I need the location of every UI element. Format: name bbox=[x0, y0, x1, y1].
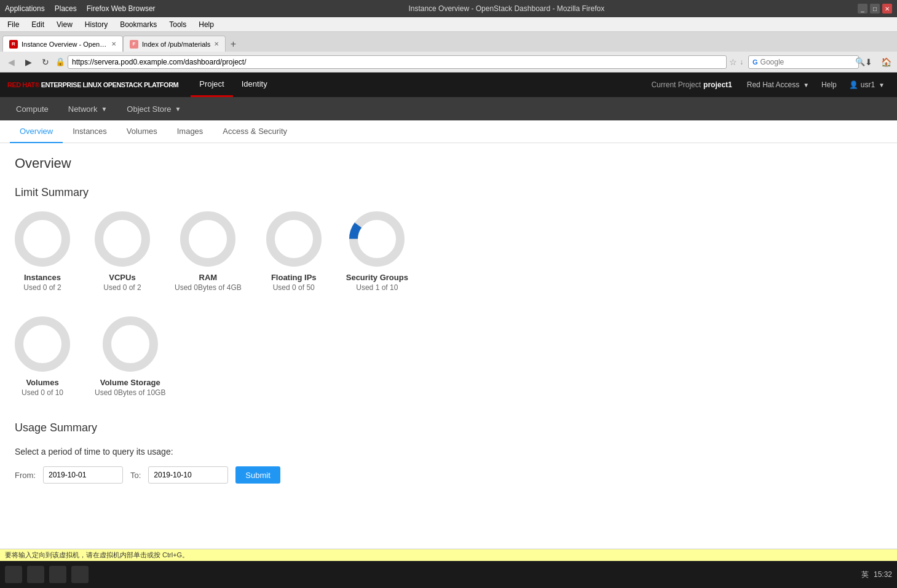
limit-summary-row2: Volumes Used 0 of 10 Volume Storage Used… bbox=[15, 316, 882, 397]
ram-used: Used 0Bytes of 4GB bbox=[175, 283, 242, 292]
subnav-compute[interactable]: Compute bbox=[7, 97, 57, 120]
svg-point-4 bbox=[354, 216, 400, 262]
tab-instances[interactable]: Instances bbox=[63, 120, 117, 143]
svg-point-7 bbox=[107, 321, 154, 367]
to-date-input[interactable] bbox=[148, 466, 228, 484]
back-button[interactable]: ◀ bbox=[4, 55, 18, 69]
volumes-label: Volumes bbox=[26, 378, 58, 387]
floating-ips-label: Floating IPs bbox=[271, 273, 317, 282]
refresh-button[interactable]: ↻ bbox=[38, 55, 53, 69]
ram-label: RAM bbox=[199, 273, 218, 282]
places-menu[interactable]: Places bbox=[55, 4, 77, 13]
address-bar: ◀ ▶ ↻ 🔒 ☆ ↓ G 🔍 ⬇ 🏠 bbox=[0, 52, 897, 73]
subnav-object-store[interactable]: Object Store ▼ bbox=[118, 97, 189, 120]
menu-view[interactable]: View bbox=[52, 19, 77, 30]
search-engine-icon: G bbox=[753, 58, 758, 66]
home-button[interactable]: 🏠 bbox=[879, 55, 893, 69]
add-tab-button[interactable]: + bbox=[226, 37, 240, 52]
tab-favicon-1: F bbox=[130, 40, 138, 49]
limit-summary-row1: Instances Used 0 of 2 VCPUs Used 0 of 2 … bbox=[15, 211, 882, 292]
tab-bar: R Instance Overview - OpenSt... ✕ F Inde… bbox=[0, 32, 897, 52]
limit-vcpus: VCPUs Used 0 of 2 bbox=[95, 211, 150, 292]
instances-label: Instances bbox=[24, 273, 61, 282]
forward-button[interactable]: ▶ bbox=[21, 55, 36, 69]
object-store-chevron: ▼ bbox=[175, 106, 181, 112]
tab-1[interactable]: F Index of /pub/materials ✕ bbox=[123, 36, 226, 52]
menu-help[interactable]: Help bbox=[194, 19, 219, 30]
security-groups-donut bbox=[349, 211, 405, 267]
page-tabs: Overview Instances Volumes Images Access… bbox=[0, 120, 897, 143]
submit-button[interactable]: Submit bbox=[235, 466, 280, 484]
bookmark-icon[interactable]: ☆ bbox=[729, 57, 737, 67]
floating-ips-used: Used 0 of 50 bbox=[273, 283, 315, 292]
limit-instances: Instances Used 0 of 2 bbox=[15, 211, 70, 292]
usage-summary-section: Usage Summary Select a period of time to… bbox=[15, 421, 882, 484]
volume-storage-label: Volume Storage bbox=[100, 378, 160, 387]
menu-edit[interactable]: Edit bbox=[26, 19, 49, 30]
help-link[interactable]: Help bbox=[816, 80, 842, 89]
downloads-button[interactable]: ⬇ bbox=[861, 55, 876, 69]
current-project-label: Current Project bbox=[651, 80, 701, 89]
window-title: Instance Overview - OpenStack Dashboard … bbox=[156, 4, 858, 13]
menu-tools[interactable]: Tools bbox=[164, 19, 191, 30]
window-controls[interactable]: _ □ ✕ bbox=[858, 4, 892, 14]
lock-icon: 🔒 bbox=[55, 57, 65, 66]
user-icon: 👤 bbox=[849, 80, 858, 89]
security-groups-used: Used 1 of 10 bbox=[356, 283, 398, 292]
user-chevron: ▼ bbox=[879, 82, 885, 88]
network-chevron: ▼ bbox=[101, 106, 107, 112]
applications-menu[interactable]: Applications bbox=[5, 4, 45, 13]
volume-storage-used: Used 0Bytes of 10GB bbox=[95, 388, 165, 397]
from-date-input[interactable] bbox=[43, 466, 123, 484]
menu-file[interactable]: File bbox=[2, 19, 24, 30]
vcpus-donut bbox=[95, 211, 150, 267]
tab-overview[interactable]: Overview bbox=[10, 120, 63, 143]
from-label: From: bbox=[15, 471, 36, 480]
limit-volume-storage: Volume Storage Used 0Bytes of 10GB bbox=[95, 316, 165, 397]
tab-favicon-0: R bbox=[9, 40, 18, 49]
volumes-used: Used 0 of 10 bbox=[22, 388, 63, 397]
instances-donut bbox=[15, 211, 70, 267]
page-title: Overview bbox=[15, 155, 882, 171]
usage-summary-title: Usage Summary bbox=[15, 421, 882, 434]
current-project-value: project1 bbox=[703, 80, 732, 89]
usage-query-label: Select a period of time to query its usa… bbox=[15, 447, 882, 457]
minimize-button[interactable]: _ bbox=[858, 4, 867, 14]
floating-ips-donut bbox=[266, 211, 322, 267]
rh-logo: RED HAT® ENTERPRISE LINUX OPENSTACK PLAT… bbox=[7, 81, 178, 88]
search-input[interactable] bbox=[761, 58, 853, 66]
close-button[interactable]: ✕ bbox=[882, 4, 892, 14]
menu-history[interactable]: History bbox=[80, 19, 113, 30]
svg-point-2 bbox=[184, 216, 231, 262]
tab-label-0: Instance Overview - OpenSt... bbox=[22, 41, 108, 48]
ram-donut bbox=[180, 211, 235, 267]
nav-identity[interactable]: Identity bbox=[233, 73, 276, 97]
vcpus-used: Used 0 of 2 bbox=[103, 283, 141, 292]
tab-access-security[interactable]: Access & Security bbox=[213, 120, 297, 143]
to-label: To: bbox=[130, 471, 141, 480]
limit-ram: RAM Used 0Bytes of 4GB bbox=[175, 211, 242, 292]
search-box: G 🔍 bbox=[748, 55, 859, 69]
refresh-small-icon: ↓ bbox=[740, 58, 743, 66]
tab-close-0[interactable]: ✕ bbox=[111, 41, 116, 47]
tab-images[interactable]: Images bbox=[167, 120, 213, 143]
maximize-button[interactable]: □ bbox=[870, 4, 880, 14]
tab-0[interactable]: R Instance Overview - OpenSt... ✕ bbox=[2, 36, 123, 52]
os-titlebar: Applications Places Firefox Web Browser … bbox=[0, 0, 897, 17]
limit-summary-title: Limit Summary bbox=[15, 186, 882, 199]
instances-used: Used 0 of 2 bbox=[23, 283, 61, 292]
volumes-donut bbox=[15, 316, 70, 372]
tab-label-1: Index of /pub/materials bbox=[142, 41, 210, 48]
menu-bookmarks[interactable]: Bookmarks bbox=[115, 19, 162, 30]
usage-form: From: To: Submit bbox=[15, 466, 882, 484]
address-input[interactable] bbox=[68, 55, 727, 69]
tab-close-1[interactable]: ✕ bbox=[214, 41, 219, 47]
limit-floating-ips: Floating IPs Used 0 of 50 bbox=[266, 211, 322, 292]
nav-project[interactable]: Project bbox=[191, 73, 232, 97]
user-menu[interactable]: 👤 usr1 ▼ bbox=[844, 80, 890, 89]
browser-name-label: Firefox Web Browser bbox=[87, 4, 156, 13]
svg-point-6 bbox=[19, 321, 66, 367]
tab-volumes[interactable]: Volumes bbox=[117, 120, 167, 143]
subnav-network[interactable]: Network ▼ bbox=[60, 97, 116, 120]
red-hat-access-menu[interactable]: Red Hat Access ▼ bbox=[742, 80, 814, 89]
